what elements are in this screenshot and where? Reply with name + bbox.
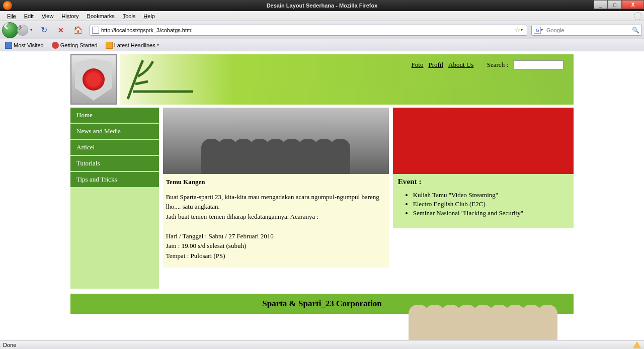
engine-dropdown-icon[interactable]: ▾: [541, 28, 545, 32]
menu-file-label: ile: [11, 13, 16, 19]
chevron-down-icon: ▾: [157, 43, 161, 47]
title-bar: Desain Layout Sederhana - Mozilla Firefo…: [0, 0, 644, 11]
minimize-button[interactable]: _: [594, 0, 608, 9]
bookmark-latest-headlines[interactable]: Latest Headlines ▾: [104, 41, 163, 50]
bookmark-label: Most Visited: [14, 42, 44, 48]
history-dropdown-icon[interactable]: ▾: [30, 28, 34, 32]
bookmark-most-visited[interactable]: Most Visited: [3, 41, 46, 50]
most-visited-icon: [5, 42, 12, 49]
bookmark-label: Latest Headlines: [114, 42, 155, 48]
page-icon: [92, 27, 99, 34]
search-go-icon[interactable]: 🔍: [632, 27, 639, 34]
activity-indicator-icon: [634, 12, 642, 20]
menu-history[interactable]: History: [57, 12, 83, 20]
address-dropdown-icon[interactable]: ▾: [521, 28, 525, 32]
bookmark-getting-started[interactable]: Getting Started: [50, 41, 100, 50]
firefox-icon: [3, 1, 12, 10]
back-button[interactable]: [2, 22, 18, 38]
maximize-button[interactable]: □: [608, 0, 622, 9]
navigation-toolbar: ▾ ↻ ✕ 🏠 ☆ ▾ G ▾ 🔍: [0, 21, 644, 39]
google-engine-icon[interactable]: G: [534, 27, 541, 34]
menu-view[interactable]: View: [38, 12, 58, 20]
menu-edit[interactable]: Edit: [20, 12, 38, 20]
home-button[interactable]: 🏠: [70, 23, 86, 38]
bookmark-label: Getting Started: [60, 42, 98, 48]
reload-icon: ↻: [41, 25, 47, 35]
close-button[interactable]: X: [622, 0, 644, 9]
url-input[interactable]: [101, 27, 515, 33]
bookmark-star-icon[interactable]: ☆: [515, 26, 521, 34]
search-bar[interactable]: G ▾ 🔍: [531, 25, 642, 36]
menu-tools[interactable]: Tools: [119, 12, 140, 20]
bookmarks-toolbar: Most Visited Getting Started Latest Head…: [0, 39, 644, 51]
home-icon: 🏠: [73, 26, 83, 35]
getting-started-icon: [52, 42, 59, 49]
menu-bar: File Edit View History Bookmarks Tools H…: [0, 11, 644, 21]
menu-help[interactable]: Help: [139, 12, 159, 20]
menu-file[interactable]: File: [3, 12, 20, 20]
search-input[interactable]: [546, 27, 630, 33]
address-bar[interactable]: ☆ ▾: [90, 25, 527, 36]
menu-bookmarks[interactable]: Bookmarks: [83, 12, 119, 20]
rss-icon: [106, 42, 113, 49]
reload-button[interactable]: ↻: [36, 23, 51, 38]
forward-button[interactable]: [17, 25, 28, 36]
stop-icon: ✕: [58, 26, 64, 34]
stop-button[interactable]: ✕: [53, 23, 68, 38]
window-controls: _ □ X: [594, 0, 644, 9]
window-title: Desain Layout Sederhana - Mozilla Firefo…: [267, 3, 378, 9]
